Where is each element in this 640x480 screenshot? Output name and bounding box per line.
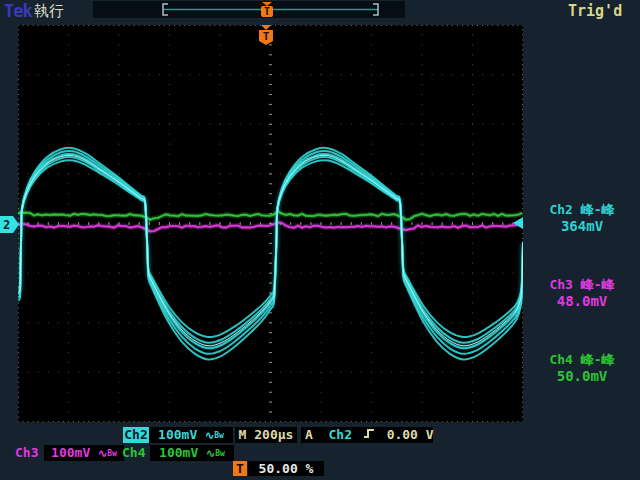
ch3-coupling-icon: ∿: [98, 447, 107, 460]
measurement-ch4-pkpk: Ch4 峰-峰 50.0mV: [526, 352, 638, 384]
rising-edge-icon: [363, 427, 376, 440]
trigger-readout: A Ch2 0.00 V: [301, 427, 433, 443]
ch2-coupling-icon: ∿: [205, 429, 214, 442]
ch4-coupling-icon: ∿: [206, 447, 215, 460]
trigger-status: Trig'd: [568, 2, 622, 20]
ch4-scale-readout: 100mV ∿Bw: [150, 445, 234, 461]
measurement-ch4-label: Ch4 峰-峰: [526, 352, 638, 368]
measurement-ch3-value: 48.0mV: [526, 293, 638, 309]
measurement-ch4-value: 50.0mV: [526, 368, 638, 384]
measurement-ch2-pkpk: Ch2 峰-峰 364mV: [526, 202, 638, 234]
svg-text:2: 2: [3, 218, 10, 232]
ch2-bandwidth-icon: Bw: [214, 431, 224, 440]
acquisition-status: 執行: [34, 2, 64, 21]
tek-logo: Tek: [4, 1, 32, 21]
ch2-scale-readout: 100mV ∿Bw: [149, 427, 233, 443]
ch4-channel-label: Ch4: [122, 445, 150, 461]
ch3-scale-readout: 100mV ∿Bw: [44, 445, 124, 461]
timebase-readout: M 200µs: [235, 427, 297, 443]
flat-trace: [18, 211, 522, 219]
ch2-ground-marker-graphic: 2: [0, 216, 20, 234]
waveform-display: T: [18, 25, 523, 422]
ch3-bandwidth-icon: Bw: [107, 449, 117, 458]
trigger-position-flag: T: [259, 25, 273, 45]
ch4-bandwidth-icon: Bw: [215, 449, 225, 458]
measurement-ch2-label: Ch2 峰-峰: [526, 202, 638, 218]
graticule: T: [18, 25, 523, 422]
record-view-bar: T: [93, 1, 405, 18]
measurement-ch3-label: Ch3 峰-峰: [526, 277, 638, 293]
oscilloscope-screen: Tek 執行 T Trig'd T 2 Ch2 峰-峰 364mV Ch3 峰-…: [0, 0, 640, 480]
horizontal-trigger-marker-icon: T: [233, 461, 247, 476]
ch3-channel-label: Ch3: [15, 445, 43, 461]
svg-text:T: T: [264, 6, 270, 17]
ch2-ground-marker: 2: [0, 216, 20, 234]
svg-text:T: T: [263, 30, 270, 43]
measurement-ch2-value: 364mV: [526, 218, 638, 234]
measurement-ch3-pkpk: Ch3 峰-峰 48.0mV: [526, 277, 638, 309]
flat-trace: [18, 222, 522, 231]
record-view-graphic: T: [93, 1, 405, 18]
horizontal-position-readout: 50.00 %: [248, 461, 324, 476]
ch2-channel-badge: Ch2: [123, 427, 149, 443]
